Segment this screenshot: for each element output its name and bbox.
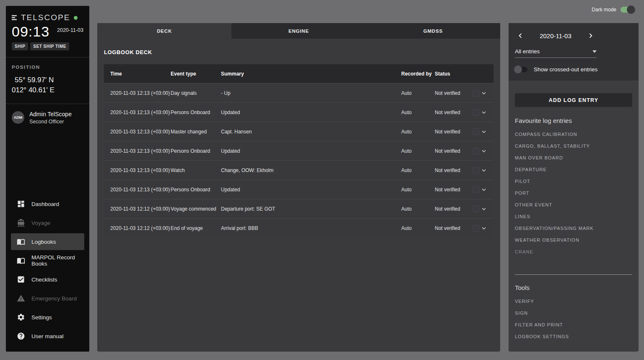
favourite-log-entry[interactable]: CRANE [515,246,632,258]
logbook-tab[interactable]: ENGINE [231,23,366,39]
latitude-value: 55° 59.97' N [12,75,83,85]
log-entry-status: Not verified [435,110,471,115]
log-entry-recorded-by: Auto [401,110,435,115]
chevron-down-icon[interactable] [480,128,488,136]
tool-item[interactable]: FILTER AND PRINT [515,319,632,331]
right-panel: 2020-11-03 All entries Show crossed-out … [509,23,639,352]
entries-filter-value: All entries [515,48,540,55]
log-entry-row[interactable]: 2020-11-03 12:13 (+03:00) Day signals - … [104,83,493,102]
dropdown-arrow-icon [592,50,597,53]
log-entry-time: 2020-11-03 12:13 (+03:00) [110,187,171,193]
logbook-tab-bar: DECK ENGINE GMDSS [97,23,500,39]
log-entry-status: Not verified [435,206,471,212]
avatar: ADM [12,111,24,124]
book-icon [17,256,25,265]
log-entry-event-type: Master changed [171,129,221,135]
tool-item[interactable]: VERIFY [515,295,632,307]
nav-item[interactable]: MARPOL Record Books [11,252,84,269]
log-entry-row[interactable]: 2020-11-03 12:12 (+03:00) Voyage commenc… [104,199,493,218]
log-entry-time: 2020-11-03 12:13 (+03:00) [110,148,171,154]
favourite-log-entry[interactable]: COMPASS CALIBRATION [515,128,632,140]
favourite-log-entry[interactable]: DEPARTURE [515,164,632,175]
add-log-entry-button[interactable]: ADD LOG ENTRY [515,93,632,107]
nav-item-label: Logbooks [31,239,56,245]
row-checkbox[interactable] [473,148,479,154]
nav-item[interactable]: Checklists [11,271,84,288]
row-checkbox[interactable] [473,206,479,212]
position-section: POSITION 55° 59.97' N 012° 40.61' E [6,57,89,104]
ship-time-badge[interactable]: SHIP [12,42,28,50]
favourite-log-entry[interactable]: MAN OVER BOARD [515,152,632,164]
log-entry-row[interactable]: 2020-11-03 12:13 (+03:00) Persons Onboar… [104,180,493,199]
nav-item[interactable]: Voyage [11,214,84,231]
log-entry-event-type: Day signals [171,90,221,96]
chevron-down-icon[interactable] [480,224,488,232]
log-entry-status: Not verified [435,90,471,96]
favourites-title: Favourite log entries [515,117,632,124]
dark-mode-toggle[interactable] [621,7,634,13]
chevron-down-icon[interactable] [480,186,488,193]
row-checkbox[interactable] [473,225,479,232]
favourite-log-entry[interactable]: OTHER EVENT [515,199,632,211]
log-entry-summary: Updated [221,110,401,115]
dark-mode-toggle-knob [627,5,635,14]
tools-list: VERIFY SIGN FILTER AND PRINT LOGBOOK SET… [515,295,632,342]
row-checkbox[interactable] [473,109,479,116]
nav-item[interactable]: Dashboard [11,196,84,212]
dashboard-icon [17,200,25,208]
main-content: LOGBOOK DECK Time Event type Summary Rec… [97,39,500,237]
chevron-down-icon[interactable] [480,205,488,213]
previous-day-button[interactable] [515,30,526,41]
row-checkbox[interactable] [473,167,479,174]
online-status-dot [74,16,78,20]
log-entry-row[interactable]: 2020-11-03 12:13 (+03:00) Watch Change, … [104,160,493,180]
row-checkbox[interactable] [473,128,479,135]
ship-icon [17,219,25,227]
warning-icon [17,294,25,303]
ship-date: 2020-11-03 [57,27,83,33]
nav-item[interactable]: Settings [11,309,84,326]
chevron-down-icon[interactable] [480,167,488,174]
logbook-tab[interactable]: DECK [97,23,231,39]
favourite-log-entry[interactable]: OBSERVATION/PASSING MARK [515,222,632,234]
set-ship-time-button[interactable]: SET SHIP TIME [30,42,69,50]
log-entry-time: 2020-11-03 12:12 (+03:00) [110,225,171,231]
chevron-down-icon[interactable] [480,89,488,97]
favourite-log-entry[interactable]: PORT [515,187,632,199]
log-entry-row[interactable]: 2020-11-03 12:12 (+03:00) End of voyage … [104,218,493,237]
column-header: Summary [221,71,401,77]
log-entry-event-type: Watch [171,167,221,173]
nav-item-label: Voyage [31,220,50,226]
nav-item-label: Settings [31,314,52,321]
favourite-log-entry[interactable]: PILOT [515,175,632,187]
log-entry-time: 2020-11-03 12:13 (+03:00) [110,129,171,135]
favourite-log-entry[interactable]: WEATHER OBSERVATION [515,234,632,246]
favourite-log-entry[interactable]: CARGO, BALLAST, STABILITY [515,140,632,152]
entries-filter-select[interactable]: All entries [515,48,597,58]
favourites-list: COMPASS CALIBRATION CARGO, BALLAST, STAB… [515,128,632,258]
nav-item-label: Emergency Board [31,295,77,302]
log-entry-row[interactable]: 2020-11-03 12:13 (+03:00) Master changed… [104,122,493,141]
log-entry-event-type: Persons Onboard [171,187,221,193]
favourite-log-entry[interactable]: LINES [515,211,632,222]
log-entry-row[interactable]: 2020-11-03 12:13 (+03:00) Persons Onboar… [104,102,493,122]
row-checkbox[interactable] [473,186,479,193]
tool-item[interactable]: LOGBOOK SETTINGS [515,331,632,342]
row-checkbox[interactable] [473,90,479,97]
chevron-down-icon[interactable] [480,147,488,155]
nav-item-label: Dashboard [31,201,59,207]
logbook-tab[interactable]: GMDSS [366,23,500,39]
nav-item[interactable]: User manual [11,328,84,344]
nav-item[interactable]: Logbooks [11,233,84,250]
help-icon [17,332,25,340]
log-entry-row[interactable]: 2020-11-03 12:13 (+03:00) Persons Onboar… [104,141,493,160]
user-row[interactable]: ADM Admin TelScope Second Officer [6,104,89,131]
chevron-down-icon[interactable] [480,109,488,116]
show-crossed-out-toggle[interactable] [515,67,527,72]
tool-item[interactable]: SIGN [515,307,632,319]
log-entry-time: 2020-11-03 12:13 (+03:00) [110,167,171,173]
left-sidebar: TELSCOPE 09:13 2020-11-03 SHIP SET SHIP … [6,6,89,352]
nav-item[interactable]: Emergency Board [11,290,84,307]
log-entry-recorded-by: Auto [401,187,435,193]
next-day-button[interactable] [585,30,596,41]
